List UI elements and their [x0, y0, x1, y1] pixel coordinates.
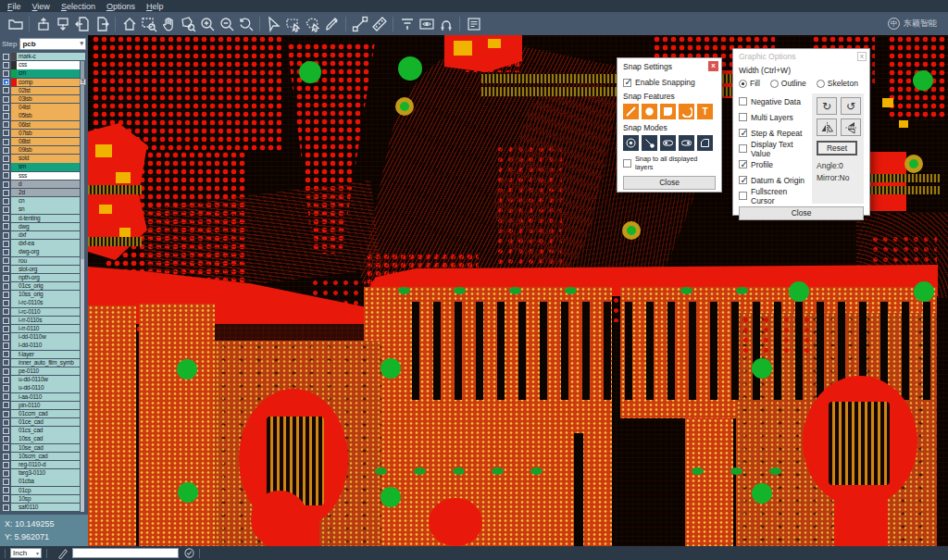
- layer-row-01cp[interactable]: 01cp: [2, 487, 80, 494]
- zoom-window-button[interactable]: [139, 14, 158, 33]
- layer-visibility-checkbox[interactable]: [3, 96, 9, 103]
- layer-row-07lsb[interactable]: 07lsb: [2, 130, 80, 137]
- layer-visibility-checkbox[interactable]: [3, 121, 9, 128]
- menu-help[interactable]: Help: [143, 2, 171, 11]
- layer-visibility-checkbox[interactable]: [3, 139, 9, 145]
- layer-visibility-checkbox[interactable]: [3, 147, 9, 154]
- layer-row-10se_cad[interactable]: 10se_cad: [2, 444, 80, 452]
- layer-name-label[interactable]: slot-org: [17, 266, 80, 273]
- layer-name-label[interactable]: 03lsb: [17, 95, 80, 103]
- layer-row-i-aa-0110[interactable]: i-aa-0110: [2, 393, 80, 401]
- layer-name-label[interactable]: sss: [17, 172, 80, 180]
- layer-name-label[interactable]: rou: [17, 257, 80, 265]
- layer-name-label[interactable]: sm: [17, 163, 80, 170]
- checkbox-icon[interactable]: [739, 144, 747, 153]
- layer-name-label[interactable]: 01cba: [17, 478, 80, 485]
- layer-name-label[interactable]: u-dd-0110: [17, 384, 80, 392]
- layer-name-label[interactable]: cn: [17, 197, 80, 205]
- zoom-previous-button[interactable]: [236, 14, 256, 33]
- graphic-close-button[interactable]: Close: [739, 206, 864, 220]
- layer-visibility-checkbox[interactable]: [3, 385, 9, 392]
- checkbox-icon[interactable]: [623, 79, 631, 87]
- layer-visibility-checkbox[interactable]: [3, 419, 9, 426]
- layer-row-reg-0110-d[interactable]: reg-0110-d: [2, 461, 80, 468]
- close-icon[interactable]: x: [708, 61, 718, 71]
- snap-all-layers-checkbox[interactable]: Snap to all displayed layers: [623, 155, 716, 171]
- layer-row-dxf[interactable]: dxf: [2, 231, 80, 239]
- layer-row-05lsb[interactable]: 05lsb: [2, 112, 80, 119]
- menu-view[interactable]: View: [29, 2, 57, 11]
- layer-name-label[interactable]: d-tenting: [17, 215, 80, 222]
- open-folder-button[interactable]: [6, 14, 25, 33]
- layer-row-inner_auto_film_symb[interactable]: inner_auto_film_symb: [2, 359, 80, 367]
- checkbox-icon[interactable]: [739, 160, 747, 168]
- layer-row-pe-0110[interactable]: pe-0110: [2, 367, 80, 375]
- checkbox-icon[interactable]: [739, 113, 747, 121]
- graphic-option-profile[interactable]: Profile: [739, 156, 812, 172]
- unit-select[interactable]: Inch ▾: [10, 548, 42, 558]
- layer-row-10scm_cad[interactable]: 10scm_cad: [2, 453, 80, 460]
- layer-row-2d[interactable]: 2d: [2, 189, 80, 196]
- layer-name-label[interactable]: targ3-0110: [17, 469, 80, 477]
- layer-row-mark-c[interactable]: mark-c: [2, 53, 85, 60]
- layer-row-10sp[interactable]: 10sp: [2, 495, 80, 503]
- layer-visibility-checkbox[interactable]: [3, 428, 9, 434]
- layer-name-label[interactable]: comp: [17, 79, 80, 86]
- snap-magnet-button[interactable]: [436, 14, 455, 33]
- rotate-cw-button[interactable]: ↻: [817, 97, 837, 115]
- layer-name-label[interactable]: 05lsb: [17, 112, 80, 119]
- layer-name-label[interactable]: 10scm_cad: [17, 453, 80, 460]
- layer-visibility-checkbox[interactable]: [3, 54, 9, 60]
- layer-name-label[interactable]: i-rc-0110s: [17, 299, 80, 306]
- layer-name-label[interactable]: pin-0110: [17, 402, 80, 409]
- checkbox-icon[interactable]: [623, 159, 631, 168]
- layer-row-pin-0110[interactable]: pin-0110: [2, 402, 80, 409]
- layer-row-d[interactable]: d: [2, 180, 80, 188]
- layer-name-label[interactable]: 04lst: [17, 104, 80, 111]
- pan-hand-button[interactable]: [158, 14, 178, 33]
- layer-visibility-checkbox[interactable]: [3, 393, 9, 400]
- home-view-button[interactable]: [119, 14, 139, 33]
- layer-visibility-checkbox[interactable]: [3, 232, 9, 239]
- layer-row-i-rc-0110s[interactable]: i-rc-0110s: [2, 299, 80, 306]
- layer-row-cn[interactable]: cn: [2, 197, 80, 205]
- rotate-ccw-button[interactable]: ↺: [841, 97, 861, 115]
- layer-row-u-dd-0110w[interactable]: u-dd-0110w: [2, 376, 80, 383]
- graphic-option-datum-origin[interactable]: Datum & Origin: [739, 172, 812, 188]
- layer-visibility-checkbox[interactable]: [3, 444, 9, 451]
- layer-row-npth-org[interactable]: npth-org: [2, 274, 80, 281]
- zoom-polygon-button[interactable]: [178, 14, 197, 33]
- select-polygon-button[interactable]: [303, 14, 322, 33]
- page-back-button[interactable]: [72, 14, 92, 33]
- graphic-option-negative-data[interactable]: Negative Data: [739, 93, 812, 109]
- layer-row-dwg[interactable]: dwg: [2, 223, 80, 230]
- layer-visibility-checkbox[interactable]: [3, 411, 9, 417]
- command-input[interactable]: [72, 548, 179, 558]
- layer-visibility-checkbox[interactable]: [3, 172, 9, 179]
- import-box-button[interactable]: [33, 14, 53, 33]
- layer-visibility-checkbox[interactable]: [3, 495, 9, 502]
- snap-mode-vertex-button[interactable]: [697, 135, 713, 151]
- filter-funnel-button[interactable]: [397, 14, 417, 33]
- layer-visibility-checkbox[interactable]: [3, 206, 9, 213]
- layer-visibility-checkbox[interactable]: [3, 156, 9, 162]
- layer-visibility-checkbox[interactable]: [3, 300, 9, 306]
- layer-name-label[interactable]: pe-0110: [17, 367, 80, 375]
- layer-name-label[interactable]: 07lsb: [17, 130, 80, 137]
- layer-name-label[interactable]: 01cp: [17, 487, 80, 494]
- layer-name-label[interactable]: 01ce_cad: [17, 418, 80, 426]
- layer-row-sn[interactable]: sn: [2, 205, 80, 213]
- layer-visibility-checkbox[interactable]: [3, 198, 9, 205]
- layer-visibility-checkbox[interactable]: [3, 130, 9, 136]
- layer-visibility-checkbox[interactable]: [3, 377, 9, 383]
- script-page-icon[interactable]: [57, 548, 69, 559]
- layer-row-i-rc-0110[interactable]: i-rc-0110: [2, 308, 80, 316]
- layer-visibility-checkbox[interactable]: [3, 113, 9, 119]
- layer-visibility-checkbox[interactable]: [3, 368, 9, 375]
- graphic-option-fullscreen-cursor[interactable]: Fullscreen Cursor: [739, 188, 812, 204]
- radio-fill[interactable]: [739, 80, 747, 88]
- graphic-option-multi-layers[interactable]: Multi Layers: [739, 109, 812, 125]
- layer-row-04lst[interactable]: 04lst: [2, 104, 80, 111]
- layer-name-label[interactable]: dxf: [17, 231, 80, 239]
- layer-name-label[interactable]: 01cs_cad: [17, 427, 80, 434]
